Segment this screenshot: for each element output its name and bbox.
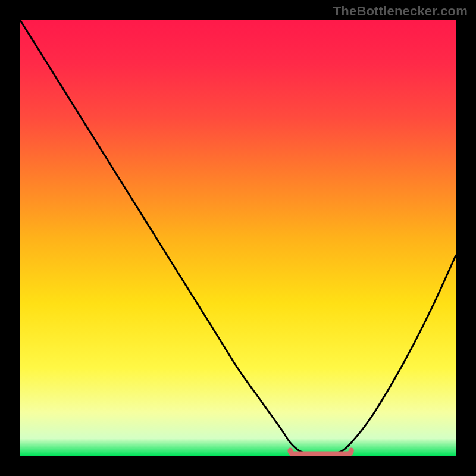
bottleneck-chart [20, 20, 456, 456]
plot-area [20, 20, 456, 456]
chart-frame: TheBottlenecker.com [0, 0, 476, 476]
gradient-background [20, 20, 456, 456]
attribution-label: TheBottlenecker.com [333, 4, 468, 19]
